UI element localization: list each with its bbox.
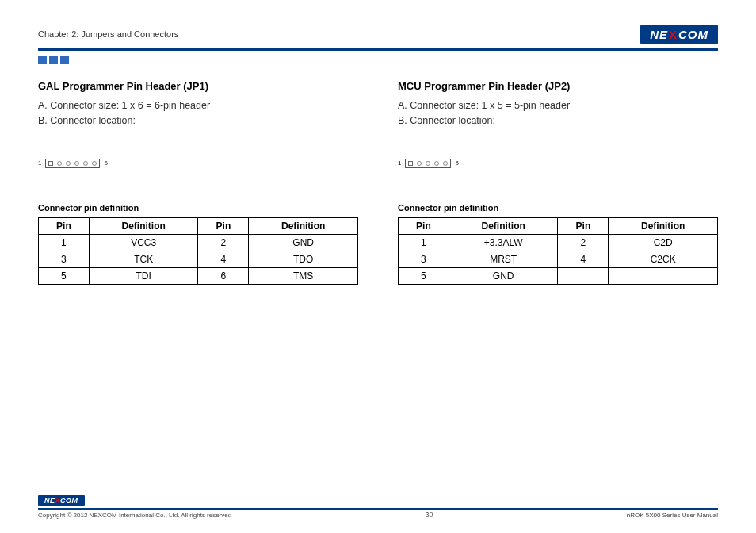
table-cell: TMS — [249, 267, 358, 284]
table-cell: TDO — [249, 251, 358, 267]
logo-text-prefix: NE — [650, 28, 668, 41]
table-cell: 3 — [399, 251, 449, 267]
table-row: 1VCC32GND — [39, 234, 358, 251]
table-header-cell: Pin — [39, 217, 90, 234]
jp2-location: B. Connector location: — [398, 113, 718, 128]
pin-circle-icon — [434, 161, 439, 166]
table-cell: +3.3ALW — [449, 234, 558, 251]
copyright-text: Copyright © 2012 NEXCOM International Co… — [38, 512, 231, 519]
table-header-cell: Definition — [609, 217, 718, 234]
table-cell: 1 — [39, 234, 90, 251]
table-row: 5TDI6TMS — [39, 267, 358, 284]
table-cell: C2CK — [609, 251, 718, 267]
logo-x-icon: X — [669, 28, 678, 41]
table-cell: 3 — [39, 251, 90, 267]
table-cell: 2 — [198, 234, 249, 251]
pin-circle-icon — [66, 161, 71, 166]
jp2-heading: MCU Programmer Pin Header (JP2) — [398, 80, 718, 92]
table-header-cell: Pin — [399, 217, 449, 234]
pin-circle-icon — [443, 161, 448, 166]
chapter-label: Chapter 2: Jumpers and Connectors — [38, 29, 178, 39]
jp2-size: A. Connector size: 1 x 5 = 5-pin header — [398, 98, 718, 113]
table-cell: GND — [249, 234, 358, 251]
pin-circle-icon — [92, 161, 97, 166]
table-cell: C2D — [609, 234, 718, 251]
jp1-pin-table: PinDefinitionPinDefinition1VCC32GND3TCK4… — [38, 217, 358, 285]
brand-logo: NEXCOM — [640, 25, 718, 44]
table-cell: MRST — [449, 251, 558, 267]
logo-text-suffix: COM — [678, 28, 708, 41]
page-number: 30 — [426, 511, 433, 519]
footer-rule — [38, 508, 718, 510]
jp1-heading: GAL Programmer Pin Header (JP1) — [38, 80, 358, 92]
pin-circle-icon — [57, 161, 62, 166]
right-column: MCU Programmer Pin Header (JP2) A. Conne… — [398, 80, 718, 285]
table-cell: VCC3 — [89, 234, 198, 251]
table-cell: 4 — [558, 251, 609, 267]
table-cell: 6 — [198, 267, 249, 284]
manual-name: nROK 5X00 Series User Manual — [627, 512, 718, 519]
jp2-end-label: 5 — [455, 159, 458, 167]
pin-circle-icon — [426, 161, 430, 166]
page-footer: NEXCOM Copyright © 2012 NEXCOM Internati… — [38, 492, 718, 519]
jp2-start-label: 1 — [398, 159, 401, 167]
table-cell: TDI — [89, 267, 198, 284]
pin-square-icon — [408, 161, 413, 166]
jp1-connector-diagram: 1 6 — [38, 159, 358, 168]
jp2-connector-diagram: 1 5 — [398, 159, 718, 168]
table-row: 5GND — [399, 267, 718, 284]
jp1-start-label: 1 — [38, 159, 41, 167]
table-row: 3MRST4C2CK — [399, 251, 718, 267]
table-cell: 2 — [558, 234, 609, 251]
table-header-cell: Pin — [558, 217, 609, 234]
pin-square-icon — [48, 161, 53, 166]
decorative-squares-icon — [38, 56, 718, 64]
table-cell: 5 — [399, 267, 449, 284]
table-cell: GND — [449, 267, 558, 284]
footer-logo: NEXCOM — [38, 495, 85, 506]
pin-circle-icon — [83, 161, 88, 166]
pin-circle-icon — [74, 161, 79, 166]
jp1-end-label: 6 — [104, 159, 107, 167]
pin-circle-icon — [417, 161, 422, 166]
table-header-cell: Definition — [89, 217, 198, 234]
table-row: 1+3.3ALW2C2D — [399, 234, 718, 251]
left-column: GAL Programmer Pin Header (JP1) A. Conne… — [38, 80, 358, 285]
header-rule — [38, 48, 718, 51]
jp2-pin-table: PinDefinitionPinDefinition1+3.3ALW2C2D3M… — [398, 217, 718, 285]
jp2-table-caption: Connector pin definition — [398, 203, 718, 213]
table-header-cell: Definition — [449, 217, 558, 234]
jp1-size: A. Connector size: 1 x 6 = 6-pin header — [38, 98, 358, 113]
table-row: 3TCK4TDO — [39, 251, 358, 267]
jp1-table-caption: Connector pin definition — [38, 203, 358, 213]
table-cell — [609, 267, 718, 284]
table-cell: TCK — [89, 251, 198, 267]
table-header-cell: Pin — [198, 217, 249, 234]
table-cell — [558, 267, 609, 284]
table-cell: 4 — [198, 251, 249, 267]
table-header-cell: Definition — [249, 217, 358, 234]
table-cell: 1 — [399, 234, 449, 251]
table-cell: 5 — [39, 267, 90, 284]
jp1-location: B. Connector location: — [38, 113, 358, 128]
